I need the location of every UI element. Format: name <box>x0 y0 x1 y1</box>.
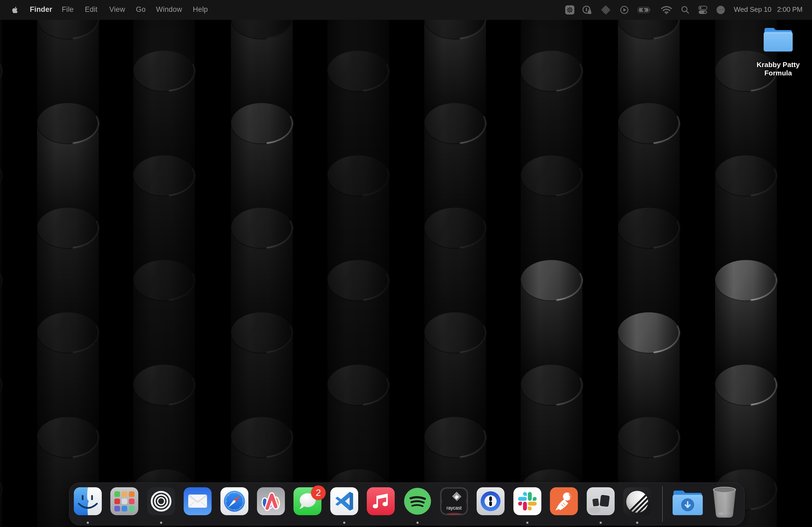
svg-text:raycast: raycast <box>447 505 462 511</box>
